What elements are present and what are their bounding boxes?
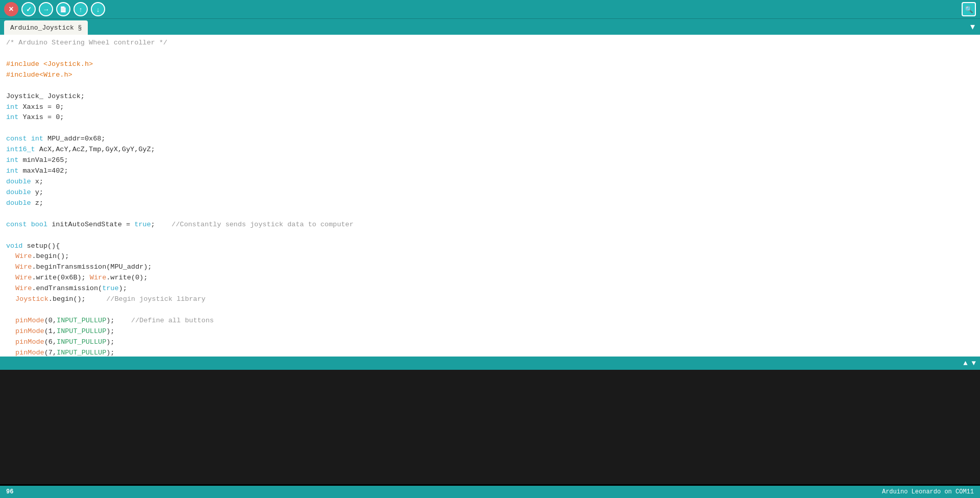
code-line: const bool initAutoSendState = true; //C… [6,220,974,230]
code-line [6,305,974,316]
code-line: int minVal=265; [6,155,974,166]
scroll-up-icon[interactable]: ▲ [963,359,967,367]
code-line: Joystick.begin(); //Begin joystick libra… [6,294,974,305]
tab-dropdown-button[interactable]: ▾ [970,21,975,32]
code-line: double x; [6,177,974,187]
verify-button[interactable]: ✓ [21,2,36,16]
code-line: /* Arduino Steering Wheel controller */ [6,38,974,49]
code-line: Joystick_ Joystick; [6,91,974,102]
code-line [6,81,974,91]
code-line: pinMode(0,INPUT_PULLUP); //Define all bu… [6,316,974,326]
code-line: double y; [6,187,974,198]
code-line: pinMode(1,INPUT_PULLUP); [6,326,974,337]
code-line [6,49,974,59]
toolbar-right: 🔍 [962,2,976,16]
code-line: Wire.write(0x6B); Wire.write(0); [6,273,974,283]
code-line [6,230,974,241]
bottom-teal-bar: ▲ ▼ [0,357,980,370]
code-line: int maxVal=402; [6,166,974,177]
upload-button[interactable]: → [39,2,53,16]
code-line: const int MPU_addr=0x68; [6,134,974,145]
new-button[interactable]: 📄 [56,2,70,16]
tab-arduino-joystick[interactable]: Arduino_Joystick § [4,20,88,35]
statusbar: 96 Arduino Leonardo on COM11 [0,486,980,498]
code-line: Wire.begin(); [6,251,974,262]
code-line: Wire.endTransmission(true); [6,283,974,294]
code-line: Wire.beginTransmission(MPU_addr); [6,262,974,273]
code-line: #include <Joystick.h> [6,59,974,70]
code-line: int16_t AcX,AcY,AcZ,Tmp,GyX,GyY,GyZ; [6,145,974,155]
console-area [0,370,980,484]
search-button[interactable]: 🔍 [962,2,976,16]
code-editor[interactable]: /* Arduino Steering Wheel controller */ … [0,35,980,357]
open-button[interactable]: ↑ [74,2,88,16]
code-line: double z; [6,198,974,209]
close-button[interactable]: × [4,2,18,16]
status-line-number: 96 [6,488,13,495]
tab-label: Arduino_Joystick § [10,24,82,32]
code-line: #include<Wire.h> [6,70,974,81]
code-line: pinMode(7,INPUT_PULLUP); [6,348,974,357]
save-button[interactable]: ↓ [91,2,105,16]
tabbar: Arduino_Joystick § ▾ [0,18,980,35]
scroll-down-icon[interactable]: ▼ [972,359,976,367]
status-board: Arduino Leonardo on COM11 [882,488,974,495]
code-line: int Yaxis = 0; [6,112,974,123]
code-line: pinMode(6,INPUT_PULLUP); [6,337,974,348]
code-line [6,209,974,220]
code-line: void setup(){ [6,241,974,252]
toolbar: × ✓ → 📄 ↑ ↓ 🔍 [0,0,980,18]
code-line: int Xaxis = 0; [6,102,974,113]
code-line [6,123,974,134]
